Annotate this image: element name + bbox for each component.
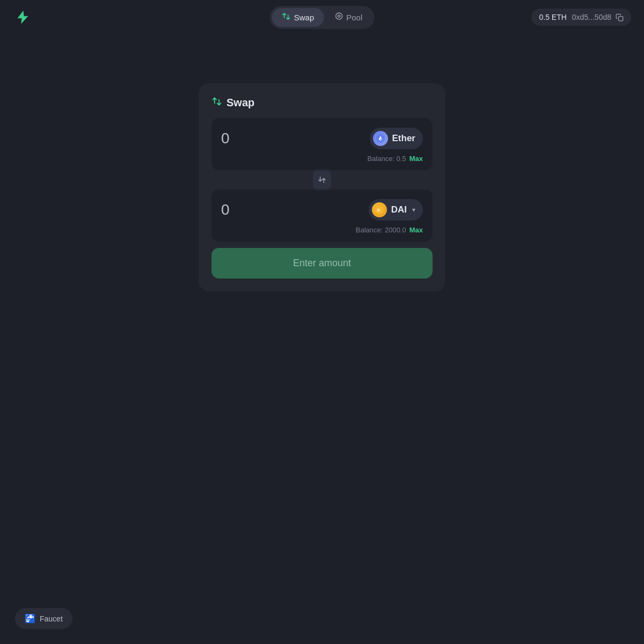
tab-swap[interactable]: Swap — [272, 8, 324, 27]
to-token-top: 0 D DAI ▾ — [221, 199, 423, 221]
copy-address-button[interactable] — [616, 13, 624, 21]
logo-area — [13, 8, 32, 27]
nav-tabs: Swap Pool — [270, 6, 375, 29]
swap-card: Swap 0 Ether Balance: 0.5 Max — [199, 83, 445, 291]
swap-card-title: Swap — [211, 96, 433, 109]
tab-swap-label: Swap — [294, 13, 314, 22]
swap-nav-icon — [282, 12, 291, 23]
pool-nav-icon — [334, 12, 343, 23]
tab-pool[interactable]: Pool — [325, 8, 372, 26]
swap-title-icon — [211, 96, 222, 109]
to-token-selector[interactable]: D DAI ▾ — [369, 199, 423, 221]
to-token-name: DAI — [391, 204, 407, 215]
from-token-top: 0 Ether — [221, 128, 423, 149]
from-token-amount[interactable]: 0 — [221, 130, 230, 147]
from-token-name: Ether — [392, 133, 415, 144]
svg-point-0 — [335, 13, 342, 19]
header: Swap Pool 0.5 ETH 0xd5...50d8 — [0, 0, 644, 34]
to-token-balance: Balance: 2000.0 — [356, 226, 406, 234]
from-token-balance: Balance: 0.5 — [367, 155, 406, 163]
svg-text:D: D — [377, 208, 380, 212]
wallet-area[interactable]: 0.5 ETH 0xd5...50d8 — [531, 9, 631, 26]
from-token-balance-row: Balance: 0.5 Max — [221, 155, 423, 163]
to-token-max[interactable]: Max — [409, 226, 423, 234]
swap-divider — [211, 169, 433, 191]
wallet-balance: 0.5 ETH — [539, 13, 566, 21]
logo-icon — [13, 8, 32, 27]
from-token-selector[interactable]: Ether — [370, 128, 423, 149]
eth-token-icon — [373, 131, 388, 146]
tab-pool-label: Pool — [346, 13, 362, 22]
from-token-max[interactable]: Max — [409, 155, 423, 163]
wallet-address: 0xd5...50d8 — [572, 13, 611, 21]
faucet-label: Faucet — [40, 614, 63, 623]
svg-point-1 — [338, 15, 340, 17]
to-token-chevron-icon: ▾ — [412, 206, 415, 214]
enter-amount-button[interactable]: Enter amount — [211, 248, 433, 279]
svg-rect-2 — [619, 16, 623, 20]
dai-token-icon: D — [372, 202, 387, 217]
swap-direction-button[interactable] — [311, 169, 333, 191]
swap-title-text: Swap — [226, 97, 254, 109]
faucet-icon: 🚰 — [25, 613, 35, 624]
to-token-balance-row: Balance: 2000.0 Max — [221, 226, 423, 234]
to-token-amount[interactable]: 0 — [221, 201, 230, 218]
from-token-box: 0 Ether Balance: 0.5 Max — [211, 118, 433, 170]
faucet-button[interactable]: 🚰 Faucet — [15, 608, 72, 629]
to-token-box: 0 D DAI ▾ Balance: 2000.0 Max — [211, 189, 433, 241]
